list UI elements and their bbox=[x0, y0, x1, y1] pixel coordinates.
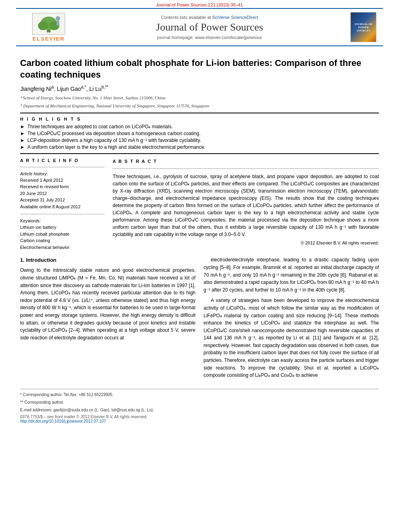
section1-para3: A variety of strategies have been develo… bbox=[204, 297, 379, 379]
elsevier-logo-area: ELSEVIER bbox=[23, 13, 75, 42]
abstract-divider bbox=[113, 168, 379, 169]
journal-header-center: Contents lists available at SciVerse Sci… bbox=[75, 15, 344, 40]
authors-line: Jiangfeng Nia, Lijun Gaoa,*, Li Lub,** bbox=[20, 84, 379, 92]
main-content: Carbon coated lithium cobalt phosphate f… bbox=[0, 46, 399, 431]
title-divider bbox=[20, 113, 379, 113]
abstract-text: Three techniques, i.e., pyrolysis of suc… bbox=[113, 173, 379, 238]
keyword-4: Electrochemical behavior bbox=[20, 244, 105, 251]
body-two-col: 1. Introduction Owing to the intrinsical… bbox=[20, 256, 379, 382]
abstract-column: A B S T R A C T Three techniques, i.e., … bbox=[113, 158, 379, 251]
body-content: 1. Introduction Owing to the intrinsical… bbox=[20, 256, 379, 382]
journal-cover-image: JOURNAL OF POWER SOURCES bbox=[350, 12, 376, 42]
highlights-label: H I G H L I G H T S bbox=[20, 117, 379, 121]
section1-heading: 1. Introduction bbox=[20, 256, 195, 264]
received-revised-date: 20 June 2012 bbox=[20, 190, 105, 197]
footer-doi[interactable]: http://dx.doi.org/10.1016/j.jpowsour.201… bbox=[20, 419, 379, 423]
body-col-right: electrode/electrolyte interphase, leadin… bbox=[204, 256, 379, 382]
keyword-2: Lithium cobalt phosphate bbox=[20, 231, 105, 238]
journal-cover-title: JOURNAL OF POWER SOURCES bbox=[351, 22, 376, 33]
keywords-label: Keywords: bbox=[20, 218, 105, 223]
article-title: Carbon coated lithium cobalt phosphate f… bbox=[20, 58, 379, 80]
highlight-item-4: ► A uniform carbon layer is the key to a… bbox=[20, 144, 379, 150]
received-date: Received 1 April 2012 bbox=[20, 177, 105, 184]
journal-citation: Journal of Power Sources 221 (2013) 35–4… bbox=[0, 0, 399, 8]
sciverse-anchor[interactable]: SciVerse ScienceDirect bbox=[212, 15, 258, 20]
available-date: Available online 8 August 2012 bbox=[20, 203, 105, 210]
accepted-date: Accepted 31 July 2012 bbox=[20, 197, 105, 203]
journal-header: ELSEVIER Contents lists available at Sci… bbox=[16, 8, 383, 46]
journal-homepage: journal homepage: www.elsevier.com/locat… bbox=[75, 35, 344, 40]
elsevier-wordmark: ELSEVIER bbox=[33, 36, 65, 42]
info-abstract-section: A R T I C L E I N F O Article history: R… bbox=[20, 158, 379, 251]
keywords-section: Keywords: Lithium ion battery Lithium co… bbox=[20, 214, 105, 251]
article-info-column: A R T I C L E I N F O Article history: R… bbox=[20, 158, 105, 251]
svg-point-5 bbox=[56, 16, 60, 21]
footer-area: * Corresponding author. Tel./fax: +86 51… bbox=[20, 389, 379, 423]
footer-emails: E-mail addresses: gaolijün@suda.edu.cn (… bbox=[20, 407, 379, 413]
sciverse-link[interactable]: Contents lists available at SciVerse Sci… bbox=[75, 15, 344, 20]
journal-title: Journal of Power Sources bbox=[75, 21, 344, 33]
footer-corresponding2: ** Corresponding author. bbox=[20, 399, 379, 405]
elsevier-tree-icon bbox=[31, 13, 67, 35]
section1-para1: Owing to the intrinsically stable nature… bbox=[20, 267, 195, 341]
body-col-left: 1. Introduction Owing to the intrinsical… bbox=[20, 256, 195, 382]
svg-point-3 bbox=[38, 21, 48, 30]
abstract-label: A B S T R A C T bbox=[113, 158, 379, 165]
copyright-line: © 2012 Elsevier B.V. All rights reserved… bbox=[113, 240, 379, 246]
section1-para2: electrode/electrolyte interphase, leadin… bbox=[204, 256, 379, 294]
highlight-item-2: ► The LiCoPO₄/C processed via deposition… bbox=[20, 131, 379, 136]
author-2: Lijun Gao bbox=[57, 86, 81, 92]
keyword-3: Carbon coating bbox=[20, 237, 105, 244]
highlights-section: H I G H L I G H T S ► Three techniques a… bbox=[20, 117, 379, 150]
highlight-item-1: ► Three techniques are adopted to coat c… bbox=[20, 124, 379, 129]
received-revised-label: Received in revised form bbox=[20, 183, 105, 190]
highlights-divider bbox=[20, 153, 379, 154]
affiliation-b: ᵇ Department of Mechanical Engineering, … bbox=[20, 103, 379, 109]
highlight-arrow-3: ► bbox=[20, 138, 25, 143]
article-info-label: A R T I C L E I N F O bbox=[20, 158, 105, 163]
info-divider-top bbox=[20, 167, 105, 167]
highlight-arrow-4: ► bbox=[20, 144, 25, 150]
doi-link[interactable]: http://dx.doi.org/10.1016/j.jpowsour.201… bbox=[20, 419, 106, 423]
keywords-divider bbox=[20, 214, 105, 214]
journal-cover: JOURNAL OF POWER SOURCES bbox=[344, 12, 376, 42]
affiliation-a: ᵃ School of Energy, Soochow University, … bbox=[20, 94, 379, 101]
svg-rect-6 bbox=[56, 21, 59, 26]
footer-corresponding1: * Corresponding author. Tel./fax: +86 51… bbox=[20, 392, 379, 398]
author-3: Li Lu bbox=[89, 86, 101, 92]
footer-issn: 0378-7753/$ – see front matter © 2012 El… bbox=[20, 415, 379, 419]
highlight-arrow-1: ► bbox=[20, 124, 25, 129]
author-1: Jiangfeng Ni bbox=[20, 86, 51, 92]
highlight-arrow-2: ► bbox=[20, 131, 25, 136]
history-label: Article history: bbox=[20, 171, 105, 176]
keyword-1: Lithium ion battery bbox=[20, 224, 105, 231]
highlight-item-3: ► LCP-deposition delivers a high capacit… bbox=[20, 138, 379, 143]
